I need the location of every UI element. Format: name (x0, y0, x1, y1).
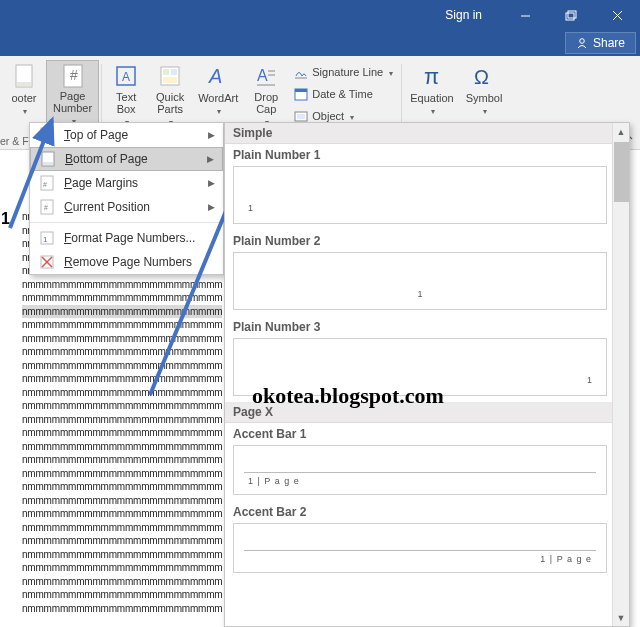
gallery-item-plain-3-title: Plain Number 3 (225, 316, 629, 336)
scroll-up-button[interactable]: ▲ (613, 123, 629, 140)
chevron-down-icon (429, 104, 435, 117)
quick-parts-icon (159, 62, 181, 89)
window-minimize-button[interactable] (502, 0, 548, 30)
signature-label: Signature Line (312, 66, 383, 78)
svg-rect-14 (171, 69, 177, 75)
share-label: Share (593, 36, 625, 50)
gallery-category-simple: Simple (225, 123, 629, 144)
gallery-item-plain-2-title: Plain Number 2 (225, 230, 629, 250)
wordart-icon: A (207, 62, 229, 90)
annotation-arrow-1 (4, 108, 74, 248)
gallery-item-accent-2-title: Accent Bar 2 (225, 501, 629, 521)
share-button[interactable]: Share (565, 32, 636, 54)
text-box-label: Text Box (116, 91, 136, 115)
gallery-item-accent-1[interactable]: 1 | P a g e (233, 445, 607, 495)
text-box-button[interactable]: A Text Box (104, 60, 148, 128)
page-number-gallery: Simple Plain Number 1 1 Plain Number 2 1… (224, 122, 630, 627)
quick-parts-button[interactable]: Quick Parts (148, 60, 192, 128)
drop-cap-button[interactable]: A Drop Cap (244, 60, 288, 128)
preview-number: 1 (248, 203, 253, 213)
svg-text:A: A (122, 70, 130, 84)
symbol-button[interactable]: Ω Symbol (460, 60, 509, 128)
title-bar: Sign in (0, 0, 640, 30)
svg-rect-23 (295, 89, 307, 92)
chevron-down-icon (387, 66, 393, 78)
preview-bar (244, 550, 596, 551)
preview-number: 1 | P a g e (540, 554, 592, 564)
svg-text:π: π (424, 64, 439, 88)
object-label: Object (312, 110, 344, 122)
svg-text:Ω: Ω (474, 66, 489, 88)
drop-cap-label: Drop Cap (254, 91, 278, 115)
sign-in-link[interactable]: Sign in (445, 8, 482, 22)
svg-rect-25 (297, 114, 305, 119)
equation-button[interactable]: π Equation (404, 60, 459, 128)
svg-text:A: A (208, 65, 222, 87)
text-box-icon: A (115, 62, 137, 89)
preview-bar (244, 472, 596, 473)
window-close-button[interactable] (594, 0, 640, 30)
remove-page-numbers-icon (36, 254, 58, 270)
gallery-item-accent-1-title: Accent Bar 1 (225, 423, 629, 443)
symbol-icon: Ω (472, 62, 496, 90)
svg-point-5 (580, 39, 585, 44)
watermark-text: okotea.blogspot.com (252, 383, 444, 409)
wordart-button[interactable]: A WordArt (192, 60, 244, 128)
date-time-icon (294, 87, 308, 101)
share-bar: Share (0, 30, 640, 56)
wordart-label: WordArt (198, 92, 238, 104)
signature-line-button[interactable]: Signature Line (294, 62, 393, 82)
chevron-down-icon (215, 104, 221, 117)
gallery-scrollbar[interactable]: ▲ ▼ (612, 123, 629, 626)
quick-parts-label: Quick Parts (156, 91, 184, 115)
preview-number: 1 (587, 375, 592, 385)
svg-rect-7 (17, 82, 31, 86)
footer-icon (14, 62, 34, 90)
signature-icon (294, 65, 308, 79)
menu-label: Page Margins (64, 176, 138, 190)
page-number-icon: # (62, 63, 84, 88)
drop-cap-icon: A (255, 62, 277, 89)
scroll-thumb[interactable] (614, 142, 629, 202)
gallery-item-plain-2[interactable]: 1 (233, 252, 607, 310)
object-icon (294, 109, 308, 123)
equation-icon: π (420, 62, 444, 90)
preview-number: 1 | P a g e (248, 476, 300, 486)
window-restore-button[interactable] (548, 0, 594, 30)
preview-number: 1 (417, 289, 422, 299)
share-icon (576, 37, 588, 49)
gallery-item-plain-1[interactable]: 1 (233, 166, 607, 224)
svg-line-28 (10, 120, 52, 228)
chevron-right-icon: ▶ (208, 130, 215, 140)
scroll-down-button[interactable]: ▼ (613, 609, 629, 626)
date-time-label: Date & Time (312, 88, 373, 100)
chevron-down-icon (481, 104, 487, 117)
symbol-label: Symbol (466, 92, 503, 104)
svg-rect-15 (163, 77, 177, 83)
footer-label: ooter (11, 92, 36, 104)
svg-text:A: A (257, 67, 268, 84)
equation-label: Equation (410, 92, 453, 104)
gallery-item-plain-1-title: Plain Number 1 (225, 144, 629, 164)
svg-rect-2 (568, 11, 576, 18)
svg-rect-1 (566, 13, 574, 20)
svg-text:#: # (70, 67, 78, 83)
gallery-item-accent-2[interactable]: 1 | P a g e (233, 523, 607, 573)
date-time-button[interactable]: Date & Time (294, 84, 393, 104)
chevron-down-icon (348, 110, 354, 122)
svg-rect-13 (163, 69, 169, 75)
